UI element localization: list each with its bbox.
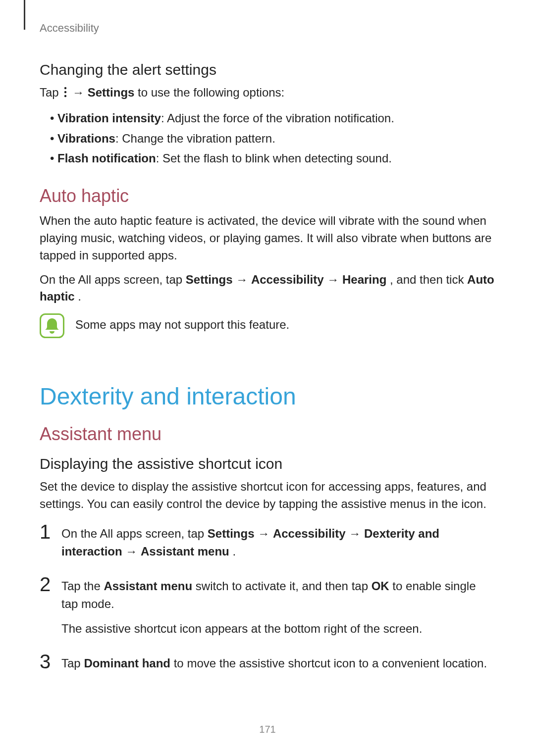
list-item: Flash notification: Set the flash to bli… xyxy=(57,149,495,169)
item-name: Vibration intensity xyxy=(57,111,161,125)
step-1: On the All apps screen, tap Settings → A… xyxy=(40,522,495,560)
top-rule xyxy=(24,0,25,30)
item-desc: : Set the flash to blink when detecting … xyxy=(156,151,392,165)
text: to move the assistive shortcut icon to a… xyxy=(174,656,487,670)
text: Tap the xyxy=(61,579,104,593)
page: Accessibility Changing the alert setting… xyxy=(0,0,535,756)
alert-intro: Tap → Settings to use the following opti… xyxy=(40,84,495,101)
note-row: Some apps may not support this feature. xyxy=(40,312,495,338)
text: → xyxy=(72,86,88,99)
text-bold: Assistant menu xyxy=(141,545,229,558)
auto-haptic-p1: When the auto haptic feature is activate… xyxy=(40,212,495,264)
breadcrumb: Accessibility xyxy=(40,22,495,35)
heading-alert-settings: Changing the alert settings xyxy=(40,61,495,78)
list-item: Vibrations: Change the vibration pattern… xyxy=(57,129,495,149)
heading-auto-haptic: Auto haptic xyxy=(40,186,495,206)
text-bold: Settings xyxy=(186,273,233,286)
text: → xyxy=(236,273,251,286)
text: , and then tick xyxy=(390,273,467,286)
bell-icon xyxy=(40,313,64,338)
text-bold: Assistant menu xyxy=(104,579,192,593)
text-bold: Hearing xyxy=(342,273,386,286)
assist-intro: Set the device to display the assistive … xyxy=(40,478,495,513)
text-bold: Accessibility xyxy=(273,527,346,540)
step-3: Tap Dominant hand to move the assistive … xyxy=(40,652,495,672)
text: On the All apps screen, tap xyxy=(40,273,186,286)
text-bold: OK xyxy=(372,579,389,593)
more-vert-icon xyxy=(62,85,69,96)
text: → xyxy=(327,273,342,286)
text-bold: Accessibility xyxy=(251,273,324,286)
item-name: Vibrations xyxy=(57,132,115,145)
item-desc: : Change the vibration pattern. xyxy=(115,132,275,145)
text: On the All apps screen, tap xyxy=(61,527,208,540)
list-item: Vibration intensity: Adjust the force of… xyxy=(57,108,495,129)
item-name: Flash notification xyxy=(57,151,156,165)
alert-bullets: Vibration intensity: Adjust the force of… xyxy=(40,108,495,169)
text-bold: Settings xyxy=(88,86,135,99)
page-number: 171 xyxy=(0,724,535,735)
step-subtext: The assistive shortcut icon appears at t… xyxy=(61,620,495,638)
heading-assistant-menu: Assistant menu xyxy=(40,424,495,445)
svg-point-0 xyxy=(64,87,66,89)
heading-dexterity: Dexterity and interaction xyxy=(40,383,495,410)
text: switch to activate it, and then tap xyxy=(196,579,372,593)
note-text: Some apps may not support this feature. xyxy=(75,312,289,334)
step-2: Tap the Assistant menu switch to activat… xyxy=(40,574,495,638)
text: → xyxy=(349,527,364,540)
svg-point-2 xyxy=(64,95,66,97)
text: Tap xyxy=(61,656,84,670)
steps-list: On the All apps screen, tap Settings → A… xyxy=(40,522,495,672)
text: Tap xyxy=(40,86,62,99)
text-bold: Dominant hand xyxy=(84,656,170,670)
text-bold: Settings xyxy=(208,527,255,540)
text: → xyxy=(125,545,141,558)
text: to use the following options: xyxy=(138,86,284,99)
text: . xyxy=(232,545,236,558)
item-desc: : Adjust the force of the vibration noti… xyxy=(161,111,394,125)
svg-point-1 xyxy=(64,91,66,93)
auto-haptic-p2: On the All apps screen, tap Settings → A… xyxy=(40,271,495,306)
step-body: On the All apps screen, tap Settings → A… xyxy=(61,522,495,560)
step-body: Tap Dominant hand to move the assistive … xyxy=(61,652,487,672)
heading-assist-icon: Displaying the assistive shortcut icon xyxy=(40,455,495,472)
text: . xyxy=(78,290,81,303)
step-body: Tap the Assistant menu switch to activat… xyxy=(61,574,495,638)
text: → xyxy=(258,527,273,540)
